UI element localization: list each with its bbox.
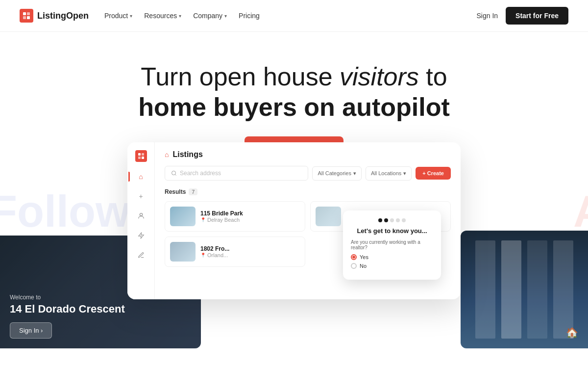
contacts-icon[interactable] [136,211,146,221]
listing-location: 📍 Orland... [200,252,300,258]
chevron-down-icon: ▾ [224,13,227,19]
building-line [527,240,547,339]
chevron-down-icon: ▾ [403,170,406,177]
chevron-down-icon: ▾ [353,170,356,177]
svg-rect-2 [23,16,26,19]
nav-company[interactable]: Company ▾ [193,12,227,20]
sidebar: ⌂ + [127,142,155,299]
modal-dots [351,218,433,222]
nav-product[interactable]: Product ▾ [104,12,132,20]
nav-right: Sign In Start for Free [476,7,568,25]
hero-title-line2: home buyers on autopilot [20,92,568,122]
sign-in-button[interactable]: Sign In [476,12,498,20]
dot-4 [396,218,400,222]
svg-point-9 [172,171,176,175]
search-row: Search address All Categories ▾ All Loca… [165,166,451,181]
add-icon[interactable]: + [136,191,146,201]
svg-rect-3 [27,16,30,19]
radio-yes-label: Yes [360,254,368,260]
svg-rect-4 [138,153,141,156]
home-icon: ⌂ [136,172,146,182]
location-icon: 📍 [200,253,206,258]
svg-rect-5 [142,153,144,156]
dot-3 [390,218,394,222]
results-count: 7 [189,188,197,195]
location-icon: 📍 [200,217,206,222]
search-placeholder: Search address [180,170,221,177]
location-filter[interactable]: All Locations ▾ [366,166,412,181]
radio-yes[interactable]: Yes [351,254,433,260]
building-line [475,240,495,339]
svg-rect-6 [138,157,141,159]
dot-1 [378,218,382,222]
svg-rect-0 [23,12,26,15]
listings-title: Listings [172,150,202,159]
search-icon [171,170,177,176]
radio-no-label: No [360,263,367,269]
listings-header: ⌂ Listings [165,150,451,159]
listing-card[interactable]: 1802 Fro... 📍 Orland... [165,237,305,267]
logo[interactable]: ListingOpen [20,9,89,23]
listing-thumbnail [170,207,196,226]
search-input[interactable]: Search address [165,166,308,181]
nav-pricing[interactable]: Pricing [239,12,260,20]
listing-thumbnail [316,207,341,226]
logo-text: ListingOpen [37,11,89,21]
logo-icon [20,9,33,23]
dot-5 [402,218,406,222]
category-filter[interactable]: All Categories ▾ [312,166,361,181]
listing-location: 📍 Delray Beach [200,217,300,223]
results-row: Results 7 [165,188,451,195]
nav-links: Product ▾ Resources ▾ Company ▾ Pricing [104,12,260,20]
property-name: 14 El Dorado Crescent [10,303,191,315]
listing-card[interactable]: 115 Bridle Park 📍 Delray Beach [165,201,305,232]
lightning-icon[interactable] [136,231,146,240]
listing-info: 115 Bridle Park 📍 Delray Beach [200,210,300,223]
listing-name: 115 Bridle Park [200,210,300,217]
radio-no[interactable]: No [351,263,433,269]
listing-name: 1802 Fro... [200,245,300,252]
property-text: Welcome to 14 El Dorado Crescent Sign In… [10,294,191,339]
building-line [501,240,521,339]
sidebar-logo-icon [135,150,147,162]
building-background: 🏠 [461,231,588,348]
active-indicator [128,172,130,182]
radio-circle-yes [351,254,357,260]
listings-icon: ⌂ [165,151,169,158]
building-image-right: 🏠 [461,231,588,348]
modal-question: Are you currently working with a realtor… [351,239,433,250]
chevron-down-icon: ▾ [179,13,181,19]
svg-rect-1 [27,12,30,15]
red-accent-icon: 🏠 [566,327,578,339]
modal-card: Let's get to know you... Are you current… [343,210,441,280]
navbar: ListingOpen Product ▾ Resources ▾ Compan… [0,0,588,32]
dashboard-mockup: ⌂ + ⌂ Listin [127,142,461,299]
svg-rect-7 [142,157,144,159]
pen-icon[interactable] [136,250,146,260]
svg-point-8 [140,213,142,216]
create-button[interactable]: + Create [416,167,451,180]
hero-title: Turn open house visitors to home buyers … [20,61,568,123]
dot-2 [384,218,388,222]
radio-circle-no [351,263,357,269]
building-line [553,240,573,339]
nav-left: ListingOpen Product ▾ Resources ▾ Compan… [20,9,260,23]
sidebar-home-item[interactable]: ⌂ [136,172,146,182]
listing-info: 1802 Fro... 📍 Orland... [200,245,300,258]
results-label: Results [165,188,186,195]
nav-resources[interactable]: Resources ▾ [144,12,181,20]
modal-title: Let's get to know you... [351,227,433,235]
start-for-free-button[interactable]: Start for Free [506,7,568,25]
hero-title-line1: Turn open house visitors to [20,61,568,92]
listing-thumbnail [170,242,196,262]
chevron-down-icon: ▾ [130,13,132,19]
property-sign-in-button[interactable]: Sign In › [10,322,52,339]
